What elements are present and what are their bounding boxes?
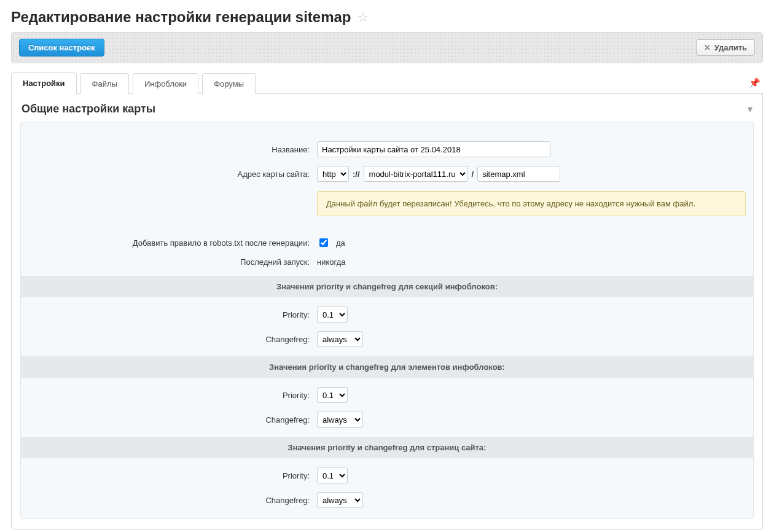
robots-label: Добавить правило в robots.txt после гене… [28, 238, 317, 248]
domain-select[interactable]: modul-bitrix-portal111.ru [364, 166, 468, 182]
sec-priority-select[interactable]: 0.1 [317, 307, 348, 323]
robots-checkbox[interactable] [319, 238, 328, 247]
el-priority-label: Priority: [28, 391, 317, 400]
toolbar: Список настроек ✕ Удалить [11, 32, 763, 63]
separator-protocol: :// [353, 170, 360, 179]
el-changefreq-select[interactable]: always [317, 412, 363, 428]
settings-list-button[interactable]: Список настроек [19, 39, 104, 57]
subheader-sections: Значения priority и changefreg для секци… [21, 276, 753, 297]
pg-priority-select[interactable]: 0.1 [317, 467, 348, 483]
tab-infoblocks[interactable]: Инфоблоки [133, 73, 198, 94]
row-sec-priority: Priority: 0.1 [21, 302, 753, 327]
settings-panel: Общие настройки карты ▾ Название: Адрес … [11, 94, 763, 530]
row-sec-changefreq: Changefreg: always [21, 327, 753, 351]
pg-priority-label: Priority: [28, 471, 317, 480]
sec-priority-label: Priority: [28, 310, 317, 319]
sec-changefreq-label: Changefreg: [28, 335, 317, 344]
row-robots: Добавить правило в robots.txt после гене… [21, 232, 753, 253]
name-input[interactable] [317, 141, 550, 157]
section-title-row: Общие настройки карты ▾ [12, 94, 762, 122]
overwrite-notice: Данный файл будет перезаписан! Убедитесь… [317, 191, 746, 216]
lastrun-label: Последний запуск: [28, 257, 317, 267]
separator-slash: / [472, 170, 474, 179]
sitemap-file-input[interactable] [477, 166, 560, 182]
el-priority-select[interactable]: 0.1 [317, 387, 348, 403]
delete-button-label: Удалить [714, 43, 747, 52]
favorite-star-icon[interactable]: ☆ [358, 10, 369, 25]
row-el-changefreq: Changefreg: always [21, 407, 753, 432]
collapse-icon[interactable]: ▾ [748, 103, 752, 115]
el-changefreq-label: Changefreg: [28, 415, 317, 424]
row-el-priority: Priority: 0.1 [21, 383, 753, 407]
page-title-row: Редактирование настройки генерации sitem… [11, 0, 763, 32]
close-icon: ✕ [704, 43, 711, 52]
tab-forums[interactable]: Форумы [202, 73, 256, 94]
sec-changefreq-select[interactable]: always [317, 331, 363, 347]
row-lastrun: Последний запуск: никогда [21, 253, 753, 271]
row-name: Название: [21, 137, 753, 162]
section-title: Общие настройки карты [22, 103, 155, 115]
protocol-select[interactable]: http [317, 166, 349, 182]
delete-button[interactable]: ✕ Удалить [696, 39, 755, 56]
page-title: Редактирование настройки генерации sitem… [11, 9, 351, 26]
robots-yes-label: да [336, 238, 345, 248]
pg-changefreq-select[interactable]: always [317, 492, 363, 508]
subheader-pages: Значения priority и changefreg для стран… [21, 437, 753, 458]
tab-files[interactable]: Файлы [80, 73, 129, 94]
lastrun-value: никогда [317, 257, 345, 267]
row-pg-priority: Priority: 0.1 [21, 463, 753, 488]
row-address: Адрес карты сайта: http :// modul-bitrix… [21, 162, 753, 186]
form-box: Название: Адрес карты сайта: http :// mo… [20, 122, 754, 519]
tabs-row: Настройки Файлы Инфоблоки Форумы 📌 [11, 72, 763, 94]
pg-changefreq-label: Changefreg: [28, 496, 317, 505]
address-label: Адрес карты сайта: [28, 170, 317, 179]
name-label: Название: [28, 145, 317, 154]
subheader-elements: Значения priority и changefreg для элеме… [21, 356, 753, 378]
row-pg-changefreq: Changefreg: always [21, 488, 753, 512]
tab-settings[interactable]: Настройки [11, 72, 77, 94]
pin-icon[interactable]: 📌 [746, 74, 763, 92]
